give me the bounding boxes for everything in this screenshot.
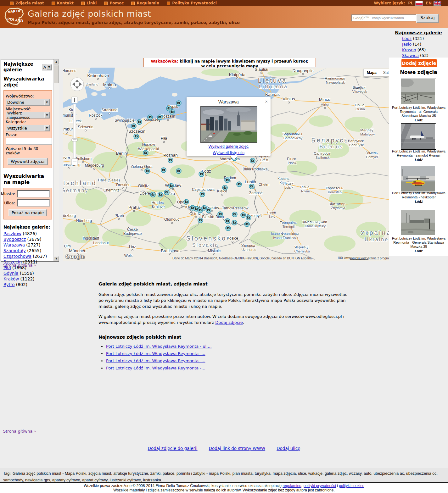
camera-marker-icon[interactable] bbox=[206, 208, 211, 213]
camera-marker-icon[interactable] bbox=[176, 101, 181, 106]
camera-marker-icon[interactable] bbox=[200, 192, 205, 197]
camera-marker-icon[interactable] bbox=[150, 192, 155, 197]
camera-marker-icon[interactable] bbox=[161, 168, 166, 173]
camera-marker-icon[interactable] bbox=[237, 182, 242, 187]
show-on-map-button[interactable]: Pokaż na mapie bbox=[8, 209, 47, 216]
gallery-link[interactable]: Warszawa bbox=[3, 242, 25, 247]
popup-gallery-link[interactable]: Wyświetl galerię zdjęć bbox=[187, 144, 271, 149]
nav-item[interactable]: Kontakt bbox=[52, 1, 74, 5]
camera-marker-icon[interactable] bbox=[198, 218, 203, 223]
camera-marker-icon[interactable] bbox=[168, 158, 173, 163]
camera-marker-icon[interactable] bbox=[241, 213, 246, 218]
map-pan-control[interactable] bbox=[70, 78, 84, 91]
terms-link[interactable]: regulaminu bbox=[283, 484, 301, 488]
newest-photo-link[interactable]: Port Lotniczy Łódź im. Władysława Reymon… bbox=[106, 351, 205, 356]
gallery-link[interactable]: Gdynia bbox=[3, 271, 19, 276]
gallery-link[interactable]: Skawica bbox=[402, 53, 419, 58]
add-photo-link[interactable]: Dodaj zdjęcie bbox=[215, 320, 243, 325]
gallery-link[interactable]: Szamotuły bbox=[3, 248, 26, 253]
camera-marker-icon[interactable] bbox=[158, 192, 163, 197]
home-link[interactable]: Strona główna » bbox=[3, 429, 36, 434]
language-en[interactable]: EN bbox=[426, 1, 441, 6]
photo-thumbnail[interactable] bbox=[401, 79, 436, 105]
uk-flag-icon[interactable] bbox=[434, 1, 441, 6]
cookies-link[interactable]: polityki cookies bbox=[339, 484, 364, 488]
camera-marker-icon[interactable] bbox=[246, 215, 251, 220]
privacy-link[interactable]: polityki prywatności bbox=[303, 484, 336, 488]
camera-marker-icon[interactable] bbox=[176, 169, 181, 174]
bottom-action-link[interactable]: Dodaj ulicę bbox=[277, 446, 300, 451]
photo-caption[interactable]: Port Lotniczy Łódź im. Władysława Reymon… bbox=[392, 106, 446, 122]
scrollbar-thumb[interactable] bbox=[54, 65, 59, 83]
map-type-satellite-button[interactable]: Satelita bbox=[380, 69, 389, 76]
camera-marker-icon[interactable] bbox=[250, 158, 255, 163]
camera-marker-icon[interactable] bbox=[164, 190, 169, 195]
bottom-action-link[interactable]: Dodaj zdjęcie do galerii bbox=[148, 446, 198, 451]
show-photos-button[interactable]: Wyświetl zdjęcia bbox=[8, 158, 48, 165]
camera-marker-icon[interactable] bbox=[137, 119, 142, 125]
scroll-down-icon[interactable]: ▼ bbox=[54, 256, 59, 261]
photo-thumbnail[interactable] bbox=[401, 166, 436, 192]
poland-flag-icon[interactable] bbox=[415, 1, 423, 6]
camera-marker-icon[interactable] bbox=[170, 109, 175, 114]
photo-thumbnail[interactable] bbox=[401, 123, 436, 150]
popup-streets-link[interactable]: Wyświetl listę ulic bbox=[187, 150, 271, 155]
photo-thumbnail[interactable] bbox=[401, 210, 436, 236]
map-of-poland-logo[interactable]: MAP OF POLAND bbox=[3, 8, 26, 27]
camera-marker-icon[interactable] bbox=[134, 134, 139, 139]
camera-marker-icon[interactable] bbox=[184, 199, 189, 204]
map-type-map-button[interactable]: Mapa bbox=[363, 69, 380, 76]
map-street-input[interactable] bbox=[17, 199, 50, 207]
camera-marker-icon[interactable] bbox=[199, 172, 204, 177]
phrase-input[interactable] bbox=[6, 138, 52, 145]
photo-caption[interactable]: Port Lotniczy Łódź im. Władysława Reymon… bbox=[392, 236, 446, 253]
nav-item[interactable]: Linki bbox=[81, 1, 97, 5]
newest-photo-link[interactable]: Port Lotniczy Łódź im. Władysława Reymon… bbox=[106, 366, 205, 370]
gallery-link[interactable]: Rytro bbox=[3, 282, 14, 287]
bottom-action-link[interactable]: Dodaj link do strony WWW bbox=[209, 446, 266, 451]
camera-marker-icon[interactable] bbox=[225, 219, 230, 224]
search-input[interactable]: Google™ Twoja wyszukiwarka bbox=[351, 14, 417, 21]
category-select[interactable]: Wszystkie ▼ bbox=[6, 125, 50, 131]
sidebar-scrollbar[interactable]: ▲ ▼ bbox=[53, 59, 59, 261]
nav-item[interactable]: Polityka Prywatności bbox=[167, 1, 217, 5]
gallery-link[interactable]: Jasło bbox=[402, 42, 412, 47]
camera-marker-icon[interactable] bbox=[226, 226, 231, 231]
camera-marker-icon[interactable] bbox=[131, 124, 136, 129]
gallery-link[interactable]: Paczków bbox=[3, 231, 21, 236]
language-pl[interactable]: PL bbox=[408, 1, 423, 6]
home-link[interactable]: Strona główna » bbox=[3, 263, 36, 268]
gallery-link[interactable]: Krosno bbox=[402, 47, 416, 52]
map-canvas[interactable]: HorsensKøbenhavnSjællandMalmöKielNeumüns… bbox=[63, 68, 389, 261]
scroll-up-icon[interactable]: ▲ bbox=[54, 59, 59, 64]
newest-photo-link[interactable]: Port Lotniczy Łódź im. Władysława Reymon… bbox=[106, 358, 205, 363]
camera-marker-icon[interactable] bbox=[169, 183, 174, 188]
camera-marker-icon[interactable] bbox=[218, 212, 223, 217]
nav-item[interactable]: Regulamin bbox=[131, 1, 159, 5]
add-photo-button[interactable]: Dodaj zdjęcie bbox=[401, 59, 437, 67]
camera-marker-icon[interactable] bbox=[232, 212, 237, 217]
camera-marker-icon[interactable] bbox=[249, 184, 254, 189]
gallery-link[interactable]: Łódź bbox=[402, 36, 412, 41]
gallery-link[interactable]: Kraków bbox=[3, 276, 19, 281]
search-button[interactable]: Szukaj bbox=[416, 14, 439, 23]
letter-select[interactable]: A ▼ bbox=[42, 64, 52, 70]
photo-caption[interactable]: Port Lotniczy Łódź im. Władysława Reymon… bbox=[392, 149, 446, 162]
nav-item[interactable]: Pomoc bbox=[104, 1, 124, 5]
newest-photo-link[interactable]: Port Lotniczy Łódź im. Władysława Reymon… bbox=[106, 344, 212, 349]
camera-marker-icon[interactable] bbox=[145, 169, 150, 174]
close-icon[interactable]: × bbox=[265, 99, 268, 104]
gallery-link[interactable]: Częstochowa bbox=[3, 254, 31, 259]
popup-city-photo[interactable] bbox=[200, 106, 257, 143]
province-select[interactable]: Dowolne ▼ bbox=[6, 99, 50, 106]
camera-marker-icon[interactable] bbox=[143, 150, 148, 155]
camera-marker-icon[interactable] bbox=[157, 115, 162, 120]
camera-marker-icon[interactable] bbox=[244, 222, 249, 227]
camera-marker-icon[interactable] bbox=[232, 220, 237, 225]
nav-item[interactable]: Zdjęcia miast bbox=[10, 1, 44, 5]
map-city-input[interactable] bbox=[17, 190, 50, 197]
city-select[interactable]: Wybierz miejscowość ▼ bbox=[6, 112, 50, 119]
camera-marker-icon[interactable] bbox=[222, 185, 227, 190]
gallery-link[interactable]: Bydgoszcz bbox=[3, 237, 26, 242]
map-terms-link[interactable]: Warunki korzystania z progra bbox=[348, 257, 389, 260]
